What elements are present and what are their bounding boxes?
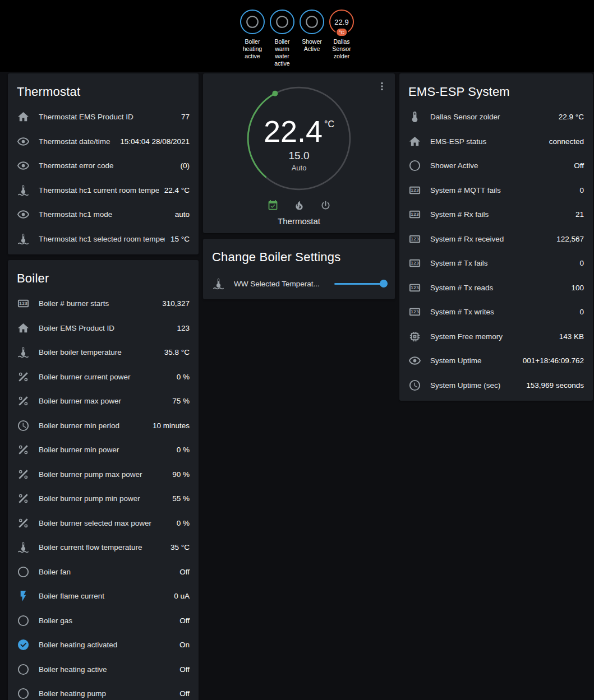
entity-row[interactable]: Boiler burner current power 0 % (8, 365, 199, 390)
entity-row[interactable]: System Free memory 143 KB (399, 324, 593, 349)
entity-value: 0 % (177, 373, 190, 381)
entity-row[interactable]: Boiler heating activated On (8, 633, 199, 657)
entity-row[interactable]: Thermostat hc1 current room temper... 22… (8, 178, 199, 203)
power-icon[interactable] (320, 200, 331, 211)
ww-temperature-slider[interactable] (334, 280, 386, 288)
dial-readout: 22.4°C 15.0 Auto (243, 88, 355, 200)
entity-row[interactable]: Thermostat date/time 15:04:04 28/08/2021 (8, 129, 199, 154)
entity-label: Thermostat date/time (39, 137, 114, 146)
fire-icon[interactable] (293, 200, 305, 211)
entity-label: Boiler burner current power (39, 373, 171, 381)
entity-row[interactable]: System Uptime (sec) 153,969 seconds (399, 373, 593, 398)
entity-row[interactable]: Boiler burner pump min power 55 % (8, 486, 199, 511)
entity-label: Boiler # burner starts (39, 299, 156, 308)
card-title-boiler-settings: Change Boiler Settings (203, 239, 395, 270)
circle-outline-icon (17, 663, 30, 676)
entity-label: Thermostat error code (39, 161, 175, 170)
badge-boiler-warm-water-active[interactable]: Boiler warm water active (268, 10, 296, 68)
svg-text:123: 123 (411, 188, 419, 193)
svg-text:123: 123 (411, 212, 419, 217)
entity-row[interactable]: Boiler burner pump max power 90 % (8, 462, 199, 487)
badge-shower-active[interactable]: Shower Active (298, 10, 326, 68)
entity-value: On (179, 641, 190, 649)
temperature-dial[interactable]: 22.4°C 15.0 Auto (243, 82, 355, 194)
entity-row[interactable]: 123 System # MQTT fails 0 (399, 178, 593, 203)
entity-value: Off (179, 665, 190, 674)
slider-knob[interactable] (380, 280, 388, 288)
entity-row[interactable]: Thermostat hc1 mode auto (8, 202, 199, 227)
svg-text:123: 123 (19, 302, 27, 307)
entity-label: System # Tx writes (430, 308, 574, 316)
entity-label: Boiler burner pump max power (39, 470, 167, 479)
boiler-settings-card: Change Boiler Settings WW Selected Tempe… (203, 239, 395, 299)
entity-label: Thermostat hc1 current room temper... (39, 186, 159, 194)
entity-row[interactable]: Boiler burner selected max power 0 % (8, 511, 199, 536)
entity-row[interactable]: Thermostat hc1 selected room temper... 1… (8, 227, 199, 252)
entity-row[interactable]: Boiler boiler temperature 35.8 °C (8, 340, 199, 365)
entity-row[interactable]: Boiler burner max power 75 % (8, 389, 199, 414)
entity-row[interactable]: 123 System # Rx received 122,567 (399, 227, 593, 252)
entity-label: System # Rx received (430, 235, 551, 243)
thermometer-water-icon (17, 233, 30, 245)
entity-row[interactable]: Boiler gas Off (8, 609, 199, 633)
svg-text:123: 123 (411, 237, 419, 242)
entity-row[interactable]: 123 System # Tx writes 0 (399, 300, 593, 324)
percent-icon (17, 517, 30, 530)
entity-row[interactable]: Boiler heating active Off (8, 657, 199, 682)
circle-outline-icon (17, 565, 30, 578)
entity-row[interactable]: 123 System # Rx fails 21 (399, 202, 593, 227)
entity-label: Boiler heating pump (39, 689, 174, 698)
entity-row[interactable]: 123 Boiler # burner starts 310,327 (8, 291, 199, 316)
thermometer-water-icon (17, 541, 30, 554)
badge-dallas-sensor[interactable]: 22.9 °C Dallas Sensor zolder (328, 10, 356, 68)
counter-icon: 123 (408, 208, 421, 221)
entity-row[interactable]: Shower Active Off (399, 154, 593, 178)
clock-icon (17, 419, 30, 432)
circle-outline-icon (17, 614, 30, 627)
entity-row[interactable]: Thermostat EMS Product ID 77 (8, 105, 199, 129)
entity-label: Boiler current flow temperature (39, 543, 165, 551)
entity-label: System # Tx reads (430, 284, 565, 292)
entity-row[interactable]: 123 System # Tx fails 0 (399, 251, 593, 276)
entity-value: 0 uA (174, 592, 190, 600)
entity-row[interactable]: Boiler flame current 0 uA (8, 584, 199, 609)
entity-row[interactable]: Boiler current flow temperature 35 °C (8, 535, 199, 560)
entity-row[interactable]: Boiler burner min power 0 % (8, 438, 199, 462)
entity-value: 100 (571, 284, 584, 292)
entity-value: 35.8 °C (164, 348, 190, 356)
ems-esp-system-card: EMS-ESP System Dallas Sensor zolder 22.9… (399, 73, 593, 401)
entity-value: Off (574, 161, 584, 170)
thermostat-gauge-card: 22.4°C 15.0 Auto Thermostat (203, 73, 395, 233)
entity-label: Boiler burner selected max power (39, 519, 171, 527)
more-options-icon[interactable] (376, 80, 388, 92)
thermometer-water-icon (17, 346, 30, 359)
home-icon (17, 110, 30, 123)
thermostat-card: Thermostat Thermostat EMS Product ID 77 … (8, 73, 199, 254)
entity-row[interactable]: 123 System # Tx reads 100 (399, 276, 593, 300)
slider-track (334, 283, 386, 285)
entity-row[interactable]: Boiler fan Off (8, 560, 199, 585)
entity-value: Off (179, 568, 190, 576)
entity-label: Boiler flame current (39, 592, 168, 600)
entity-row[interactable]: Boiler burner min period 10 minutes (8, 414, 199, 438)
entity-value: 0 (579, 308, 584, 316)
entity-value: 123 (177, 324, 190, 332)
entity-row[interactable]: Boiler EMS Product ID 123 (8, 316, 199, 341)
clock-icon (408, 379, 421, 392)
entity-value: 310,327 (162, 299, 190, 308)
entity-row[interactable]: EMS-ESP status connected (399, 129, 593, 154)
badge-boiler-heating-active[interactable]: Boiler heating active (238, 10, 266, 68)
entity-label: Boiler fan (39, 568, 174, 576)
entity-row[interactable]: Thermostat error code (0) (8, 154, 199, 178)
right-column: EMS-ESP System Dallas Sensor zolder 22.9… (399, 73, 593, 401)
entity-label: Boiler burner min period (39, 421, 147, 430)
calendar-check-icon[interactable] (267, 200, 279, 211)
entity-label: Thermostat hc1 mode (39, 210, 169, 219)
badge-value: 22.9 (334, 18, 348, 26)
entity-row[interactable]: Dallas Sensor zolder 22.9 °C (399, 105, 593, 129)
entity-label: System Uptime (sec) (430, 381, 521, 390)
entity-row[interactable]: Boiler heating pump Off (8, 682, 199, 700)
entity-value: 153,969 seconds (526, 381, 584, 390)
entity-row[interactable]: System Uptime 001+18:46:09.762 (399, 349, 593, 373)
entity-value: connected (549, 137, 584, 146)
